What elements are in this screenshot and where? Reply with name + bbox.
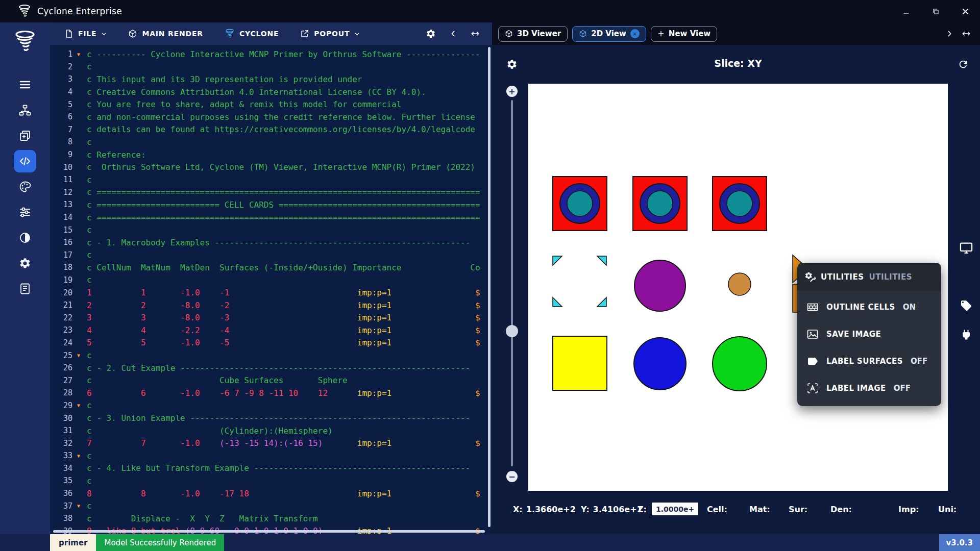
code-text: c: [87, 275, 92, 285]
sidebar-item-log[interactable]: [14, 278, 36, 300]
editor-settings-gear-icon[interactable]: [426, 29, 436, 39]
fold-marker[interactable]: ▼: [72, 52, 85, 57]
resize-horizontal-icon[interactable]: [962, 29, 971, 38]
geometry-cut-cube-corner-tr[interactable]: [597, 256, 606, 265]
sidebar-item-menu[interactable]: [14, 73, 36, 96]
geometry-cut-cube-corner-br[interactable]: [597, 297, 606, 307]
utilities-menu-subtitle: UTILITIES: [869, 272, 913, 282]
tag-panel-icon[interactable]: [960, 299, 972, 312]
sidebar-item-contrast[interactable]: [14, 227, 36, 249]
fold-marker[interactable]: ▼: [72, 353, 85, 358]
popout-menu-button[interactable]: POPOUT: [300, 29, 360, 38]
sidebar-item-add-view[interactable]: [14, 124, 36, 147]
code-text: 4 4 -2.2 -4 imp:p=1 $: [87, 325, 480, 335]
utilities-menu-item-save-image[interactable]: SAVE IMAGE: [797, 320, 941, 347]
code-line: 13c ========================= CELL CARDS…: [50, 198, 492, 211]
display-panel-icon[interactable]: [959, 241, 973, 255]
file-menu-button[interactable]: FILE: [64, 29, 107, 38]
app-title: Cyclone Enterprise: [37, 6, 122, 16]
code-text: c (Cylinder):(Hemisphere): [87, 426, 333, 436]
utilities-menu-item-label-surfaces[interactable]: LABEL SURFACESOFF: [797, 347, 941, 374]
line-number: 36: [50, 489, 72, 498]
geometry-blue-circle[interactable]: [634, 338, 686, 390]
code-text: c CellNum MatNum MatDen Surfaces (-Insid…: [87, 263, 480, 272]
minimize-button[interactable]: [891, 0, 921, 22]
utilities-menu-item-outline-cells[interactable]: OUTLINE CELLSON: [797, 293, 941, 320]
geometry-purple-circle[interactable]: [634, 260, 685, 311]
geometry-teal-core-1[interactable]: [567, 191, 593, 216]
sidebar-item-filters[interactable]: [14, 201, 36, 223]
viewer-tabbar: 3D Viewer 2D View New View: [492, 22, 980, 45]
code-text: c - 4. Like but Transform Example ------…: [87, 463, 470, 473]
tab-3d-viewer[interactable]: 3D Viewer: [498, 26, 568, 42]
resize-horizontal-icon[interactable]: [471, 29, 480, 38]
sidebar-item-hierarchy[interactable]: [14, 99, 36, 121]
line-number: 31: [50, 426, 72, 435]
code-line: 12c ====================================…: [50, 186, 492, 199]
line-number: 9: [50, 150, 72, 159]
slice-slider-handle[interactable]: [506, 325, 518, 337]
editor-vertical-scrollbar[interactable]: [488, 47, 491, 527]
sidebar-item-settings[interactable]: [14, 252, 36, 274]
imp-label: Imp:: [898, 503, 919, 516]
code-text: 1 1 -1.0 -1 imp:p=1 $: [87, 288, 480, 297]
viewer-settings-gear-icon[interactable]: [506, 59, 518, 70]
settings-icon: [19, 257, 31, 269]
geometry-yellow-square[interactable]: [553, 336, 607, 390]
code-text: c: [87, 225, 92, 235]
fold-marker[interactable]: ▼: [72, 453, 85, 459]
menu-item-label: SAVE IMAGE: [826, 330, 881, 339]
expand-right-icon[interactable]: [945, 30, 953, 38]
main-render-button[interactable]: MAIN RENDER: [128, 29, 203, 38]
fold-marker[interactable]: ▼: [72, 503, 85, 509]
geometry-cut-cube-corner-bl[interactable]: [553, 297, 562, 307]
zoom-in-button[interactable]: +: [506, 86, 518, 97]
code-text: c ======================================…: [87, 187, 480, 197]
plugin-panel-icon[interactable]: [960, 329, 972, 341]
tab-2d-view[interactable]: 2D View: [572, 26, 646, 42]
utilities-menu-item-label-image[interactable]: LABEL IMAGEOFF: [797, 374, 941, 402]
close-button[interactable]: [950, 0, 980, 22]
sidebar-item-code-editor[interactable]: [14, 150, 36, 172]
cube-icon: [579, 30, 587, 38]
cyclone-button[interactable]: CYCLONE: [225, 29, 279, 39]
line-number: 38: [50, 514, 72, 523]
code-editor[interactable]: 1▼c ---------- Cyclone Interactive MCNP …: [50, 45, 492, 534]
geometry-teal-core-3[interactable]: [727, 191, 752, 216]
contrast-icon: [19, 232, 31, 244]
maximize-button[interactable]: [921, 0, 950, 22]
geometry-green-circle[interactable]: [713, 337, 767, 391]
z-coordinate-label: Z:: [638, 503, 647, 516]
code-line: 11c: [50, 173, 492, 186]
close-tab-icon[interactable]: [630, 29, 640, 38]
new-view-button[interactable]: New View: [651, 26, 717, 42]
line-number: 29: [50, 401, 72, 410]
code-line: 6c and non-commercial purposes using the…: [50, 111, 492, 123]
file-tab-primer[interactable]: primer: [50, 534, 96, 551]
line-number: 2: [50, 62, 72, 71]
code-line: 25▼c: [50, 349, 492, 362]
slice-slider-track[interactable]: [511, 100, 513, 466]
geometry-cut-cube-corner-tl[interactable]: [553, 256, 562, 265]
geometry-teal-core-2[interactable]: [647, 191, 673, 216]
utilities-menu: UTILITIES UTILITIES OUTLINE CELLSONSAVE …: [797, 263, 941, 406]
code-editor-icon: [19, 155, 31, 167]
fold-marker[interactable]: ▼: [72, 403, 85, 408]
line-number: 30: [50, 414, 72, 423]
code-text: c Displace - X Y Z Matrix Transform: [87, 514, 318, 523]
editor-horizontal-scrollbar[interactable]: [53, 530, 485, 533]
collapse-panel-left-icon[interactable]: [449, 30, 457, 38]
line-number: 10: [50, 163, 72, 172]
line-number: 6: [50, 112, 72, 121]
z-coordinate-input[interactable]: [652, 503, 698, 515]
geometry-tan-circle[interactable]: [728, 273, 751, 295]
line-number: 7: [50, 125, 72, 134]
code-line: 212 2 -8.0 -2 imp:p=1 $: [50, 299, 492, 312]
line-number: 33: [50, 451, 72, 460]
sidebar-item-palette[interactable]: [14, 176, 36, 198]
right-icon-strip: [951, 45, 980, 534]
sur-label: Sur:: [789, 503, 807, 516]
zoom-out-button[interactable]: −: [506, 471, 518, 482]
code-line: 8c: [50, 136, 492, 148]
line-number: 19: [50, 276, 72, 285]
